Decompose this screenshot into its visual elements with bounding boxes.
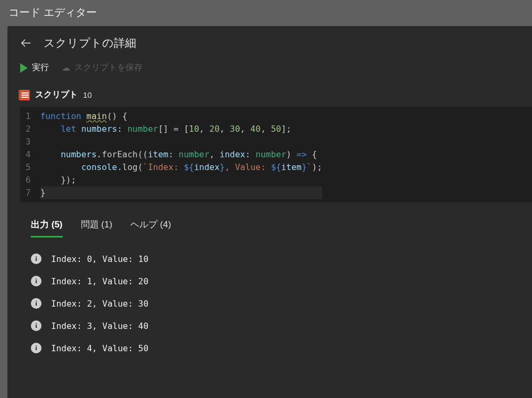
save-label: スクリプトを保存 — [74, 62, 143, 73]
code-content[interactable]: function main() { let numbers: number[] … — [40, 110, 322, 199]
script-label: スクリプト — [35, 89, 78, 100]
output-text: Index: 4, Value: 50 — [51, 343, 148, 353]
output-text: Index: 1, Value: 20 — [51, 276, 148, 286]
tab-output[interactable]: 出力 (5) — [31, 218, 63, 238]
notebook-icon — [20, 90, 30, 100]
info-icon: i — [31, 276, 41, 286]
back-arrow-icon[interactable] — [20, 37, 32, 49]
output-row: iIndex: 2, Value: 30 — [31, 298, 532, 309]
output-row: iIndex: 1, Value: 20 — [31, 276, 532, 286]
editor-panel: スクリプトの詳細 実行 ☁ スクリプトを保存 スクリプト 10 1234567 … — [7, 26, 532, 398]
info-icon: i — [31, 298, 41, 309]
output-text: Index: 2, Value: 30 — [51, 299, 148, 309]
action-bar: 実行 ☁ スクリプトを保存 — [20, 62, 532, 73]
bottom-tabs: 出力 (5) 問題 (1) ヘルプ (4) — [20, 202, 532, 238]
run-button[interactable]: 実行 — [20, 62, 49, 73]
script-number: 10 — [83, 90, 92, 99]
page-title: コード エディター — [0, 0, 532, 26]
output-row: iIndex: 3, Value: 40 — [31, 320, 532, 331]
save-script-button: ☁ スクリプトを保存 — [62, 62, 143, 73]
cloud-icon: ☁ — [62, 63, 70, 73]
details-header: スクリプトの詳細 — [20, 36, 532, 50]
tab-problems[interactable]: 問題 (1) — [81, 218, 113, 238]
tab-help[interactable]: ヘルプ (4) — [130, 218, 171, 238]
info-icon: i — [31, 320, 41, 331]
output-panel: iIndex: 0, Value: 10 iIndex: 1, Value: 2… — [20, 238, 532, 353]
line-gutter: 1234567 — [20, 110, 40, 199]
script-header: スクリプト 10 — [20, 89, 532, 100]
run-label: 実行 — [32, 62, 49, 73]
output-text: Index: 3, Value: 40 — [51, 321, 148, 331]
output-row: iIndex: 4, Value: 50 — [31, 343, 532, 353]
details-title: スクリプトの詳細 — [44, 36, 136, 50]
output-text: Index: 0, Value: 10 — [51, 254, 148, 264]
info-icon: i — [31, 253, 41, 264]
play-icon — [20, 63, 28, 73]
info-icon: i — [31, 343, 41, 353]
output-row: iIndex: 0, Value: 10 — [31, 253, 532, 264]
code-editor[interactable]: 1234567 function main() { let numbers: n… — [20, 107, 532, 202]
